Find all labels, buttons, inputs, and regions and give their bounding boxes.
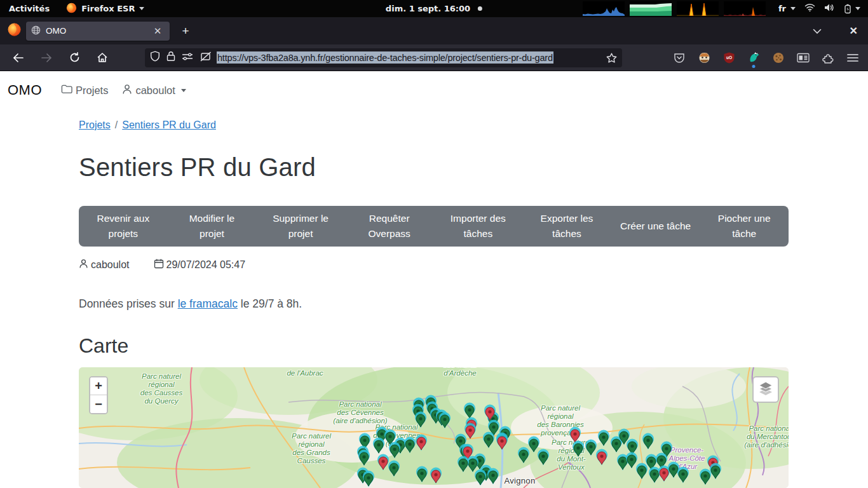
task-marker-red[interactable] — [465, 423, 476, 440]
task-marker-red[interactable] — [496, 434, 508, 451]
task-marker-green[interactable] — [475, 470, 486, 486]
extension-icon-card[interactable] — [797, 51, 810, 64]
permissions-icon[interactable] — [182, 52, 193, 64]
task-marker-green[interactable] — [710, 463, 721, 480]
person-icon — [122, 84, 132, 97]
task-marker-green[interactable] — [700, 469, 711, 485]
cpu-monitor-graph[interactable] — [583, 1, 625, 16]
person-icon — [79, 259, 88, 271]
map-heading: Carte — [79, 334, 789, 358]
task-marker-red[interactable] — [596, 449, 607, 466]
list-tabs-chevron-icon[interactable] — [813, 26, 822, 36]
browser-tab-active[interactable]: OMO ✕ — [26, 22, 170, 41]
task-marker-green[interactable] — [487, 468, 499, 485]
task-marker-green[interactable] — [518, 447, 529, 464]
task-marker-green[interactable] — [483, 432, 494, 449]
task-marker-green[interactable] — [573, 441, 584, 458]
ublock-origin-extension-icon[interactable]: uO — [722, 51, 735, 64]
extensions-puzzle-icon[interactable] — [822, 51, 834, 64]
calendar-icon — [154, 259, 164, 271]
task-marker-green[interactable] — [467, 456, 478, 473]
delete-project-button[interactable]: Supprimer le projet — [256, 211, 345, 241]
task-marker-green[interactable] — [458, 456, 469, 473]
bookmark-star-icon[interactable] — [606, 53, 617, 63]
task-marker-green[interactable] — [585, 440, 597, 456]
wifi-icon[interactable] — [804, 3, 815, 14]
task-marker-green[interactable] — [642, 433, 654, 450]
forward-button[interactable] — [37, 48, 56, 67]
extension-icon-teal-bird[interactable] — [747, 51, 760, 64]
task-marker-green[interactable] — [388, 461, 400, 477]
task-marker-red[interactable] — [569, 427, 581, 444]
keyboard-layout-indicator[interactable]: fr — [778, 4, 796, 13]
battery-charging-icon[interactable] — [844, 4, 860, 14]
cookie-extension-icon[interactable] — [772, 51, 785, 64]
task-marker-green[interactable] — [668, 462, 679, 478]
create-task-button[interactable]: Créer une tâche — [611, 219, 700, 234]
export-tasks-button[interactable]: Exporter les tâches — [522, 211, 611, 241]
task-marker-green[interactable] — [389, 442, 400, 459]
task-marker-green[interactable] — [677, 467, 689, 484]
volume-icon[interactable] — [824, 3, 835, 14]
pick-task-button[interactable]: Piocher une tâche — [700, 211, 789, 241]
pocket-extension-icon[interactable] — [673, 51, 686, 64]
globe-icon — [31, 25, 41, 37]
autoplay-blocked-icon[interactable] — [200, 51, 212, 64]
task-marker-red[interactable] — [377, 454, 389, 471]
folder-icon — [61, 84, 72, 97]
task-marker-green[interactable] — [649, 467, 660, 484]
map-layers-control[interactable] — [752, 376, 779, 403]
leaflet-map[interactable]: Parc naturel régional des Causses du Que… — [79, 367, 789, 488]
clock-button[interactable]: dim. 1 sept. 16:00 — [386, 4, 482, 13]
back-button[interactable] — [9, 48, 28, 67]
url-text-selected[interactable]: https://vps-3fba2a8a.ynh.fr/gestionnaire… — [217, 51, 553, 64]
task-marker-green[interactable] — [404, 437, 416, 454]
memory-monitor-graph[interactable] — [630, 1, 672, 16]
new-tab-button[interactable]: + — [176, 22, 195, 41]
task-marker-red[interactable] — [416, 435, 427, 451]
import-tasks-button[interactable]: Importer des tâches — [434, 211, 523, 241]
task-marker-green[interactable] — [464, 403, 475, 419]
chevron-down-icon — [790, 7, 796, 10]
network-monitor-graph[interactable] — [677, 1, 719, 16]
edit-project-button[interactable]: Modifier le projet — [168, 211, 257, 241]
site-brand[interactable]: OMO — [8, 82, 42, 98]
task-marker-green[interactable] — [416, 466, 428, 483]
task-marker-green[interactable] — [528, 437, 539, 453]
zoom-out-button[interactable]: − — [90, 395, 107, 413]
extension-icon-raccoon[interactable] — [698, 51, 710, 64]
chevron-down-icon — [855, 7, 860, 10]
task-marker-green[interactable] — [439, 412, 451, 429]
breadcrumb-projects-link[interactable]: Projets — [79, 119, 111, 130]
task-marker-green[interactable] — [626, 452, 637, 469]
lock-icon[interactable] — [166, 51, 175, 64]
breadcrumb-current-link[interactable]: Sentiers PR du Gard — [122, 119, 216, 130]
task-marker-green[interactable] — [358, 450, 370, 466]
project-action-bar: Revenir aux projets Modifier le projet S… — [79, 206, 789, 247]
framacalc-link[interactable]: le framacalc — [178, 297, 238, 310]
task-marker-green[interactable] — [415, 412, 426, 428]
activities-button[interactable]: Activités — [9, 4, 50, 13]
svg-text:uO: uO — [726, 55, 731, 60]
task-marker-green[interactable] — [636, 463, 648, 480]
disk-monitor-graph[interactable] — [724, 1, 766, 16]
reload-button[interactable] — [65, 48, 84, 67]
nav-user-dropdown[interactable]: caboulot — [122, 84, 186, 97]
task-marker-green[interactable] — [538, 449, 549, 466]
task-marker-green[interactable] — [373, 438, 384, 454]
tab-close-icon[interactable]: ✕ — [151, 24, 165, 38]
query-overpass-button[interactable]: Requêter Overpass — [345, 211, 434, 241]
back-to-projects-button[interactable]: Revenir aux projets — [79, 211, 168, 241]
window-close-icon[interactable]: ✕ — [850, 25, 858, 37]
task-marker-red[interactable] — [430, 468, 442, 484]
tracking-protection-shield-icon[interactable] — [150, 51, 160, 64]
project-description: Données prises sur le framacalc le 29/7 … — [79, 297, 789, 311]
zoom-in-button[interactable]: + — [90, 377, 107, 395]
app-menu-button[interactable]: Firefox ESR — [66, 3, 144, 15]
task-marker-green[interactable] — [363, 471, 374, 487]
url-bar[interactable]: https://vps-3fba2a8a.ynh.fr/gestionnaire… — [145, 48, 622, 67]
nav-projects-link[interactable]: Projets — [61, 84, 108, 97]
home-button[interactable] — [93, 48, 112, 67]
menu-hamburger-icon[interactable] — [846, 51, 859, 64]
task-marker-green[interactable] — [598, 430, 609, 447]
